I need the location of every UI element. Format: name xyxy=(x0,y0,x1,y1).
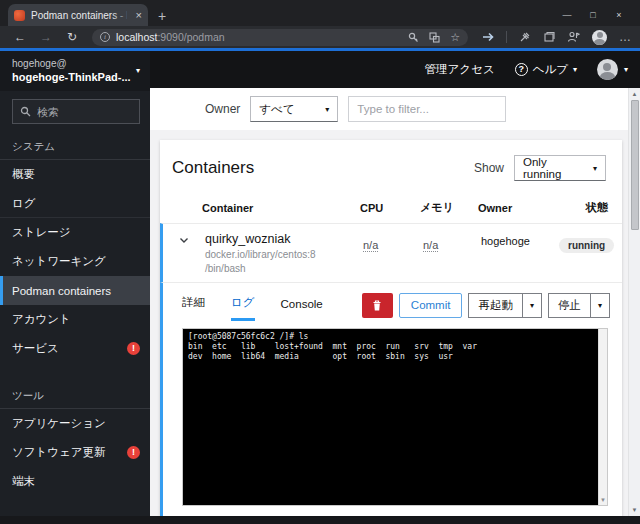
masthead: 管理アクセス ? ヘルプ ▾ ▾ xyxy=(150,51,640,88)
cpu-value[interactable]: n/a xyxy=(363,239,378,252)
browser-toolbar: ← → ↻ i localhost:9090/podman ☆ … xyxy=(0,26,640,48)
browser-titlebar: Podman containers - hoge × + — □ × xyxy=(0,0,640,26)
sidebar-item-overview[interactable]: 概要 xyxy=(0,160,150,189)
stop-split-button: 停止 ▾ xyxy=(548,293,610,318)
filter-input[interactable] xyxy=(348,96,506,122)
tab-favicon-icon xyxy=(14,10,25,21)
page-scrollbar[interactable]: ▲ ▼ xyxy=(628,88,640,516)
scroll-up-icon[interactable]: ▲ xyxy=(632,88,638,100)
container-detail: 詳細 ログ Console Commit xyxy=(160,282,622,516)
container-actions: Commit 再起動 ▾ 停止 ▾ xyxy=(362,293,610,318)
send-icon[interactable] xyxy=(482,31,494,43)
sidebar-item-networking[interactable]: ネットワーキング xyxy=(0,247,150,276)
collections-icon[interactable] xyxy=(543,31,555,43)
container-name: quirky_wozniak xyxy=(205,232,363,246)
sidebar-item-podman-containers[interactable]: Podman containers xyxy=(0,276,150,305)
col-memory: メモリ xyxy=(420,200,478,215)
nav-section-system: システム xyxy=(0,128,150,159)
filter-toolbar: Owner すべて ▾ xyxy=(150,88,640,130)
show-select[interactable]: Only running ▾ xyxy=(514,155,606,181)
favorites-pin-icon[interactable] xyxy=(519,31,531,43)
host-switcher-caret-icon: ▾ xyxy=(136,66,140,75)
tab-close-icon[interactable]: × xyxy=(136,10,142,21)
commit-button[interactable]: Commit xyxy=(399,293,463,318)
url-path: :9090/podman xyxy=(157,31,224,43)
search-key-icon[interactable] xyxy=(408,32,419,43)
caret-down-icon: ▾ xyxy=(598,301,602,310)
tab-details[interactable]: 詳細 xyxy=(182,289,205,321)
sidebar-item-applications[interactable]: アプリケーション xyxy=(0,409,150,438)
status-badge: running xyxy=(559,238,614,253)
stop-button[interactable]: 停止 xyxy=(548,293,591,318)
show-label: Show xyxy=(474,161,504,175)
col-cpu: CPU xyxy=(360,202,420,214)
services-alert-badge: ! xyxy=(127,342,140,355)
stop-caret-toggle[interactable]: ▾ xyxy=(591,293,610,318)
url-text: localhost:9090/podman xyxy=(116,31,225,43)
trash-icon xyxy=(371,299,383,312)
close-window-button[interactable]: × xyxy=(606,10,632,20)
toolbar-divider xyxy=(506,31,507,43)
page-title: Containers xyxy=(172,158,254,178)
scrollbar-thumb[interactable] xyxy=(631,100,639,230)
address-bar[interactable]: i localhost:9090/podman ☆ xyxy=(92,29,468,46)
caret-down-icon: ▾ xyxy=(530,301,534,310)
browser-window: Podman containers - hoge × + — □ × ← → ↻… xyxy=(0,0,640,524)
owner-select[interactable]: すべて ▾ xyxy=(250,96,338,122)
profile-share-icon[interactable] xyxy=(567,31,580,43)
sidebar-item-software-updates[interactable]: ソフトウェア更新! xyxy=(0,438,150,467)
sidebar-item-terminal[interactable]: 端末 xyxy=(0,467,150,496)
containers-card: Containers Show Only running ▾ xyxy=(160,140,622,516)
sidebar-item-logs[interactable]: ログ xyxy=(0,189,150,218)
back-button[interactable]: ← xyxy=(8,31,32,43)
address-field-icons: ☆ xyxy=(408,32,460,43)
sidebar-item-storage[interactable]: ストレージ xyxy=(0,218,150,247)
reload-button[interactable]: ↻ xyxy=(60,31,84,43)
site-info-icon[interactable]: i xyxy=(100,32,110,42)
row-expander[interactable] xyxy=(163,232,205,244)
memory-value[interactable]: n/a xyxy=(423,239,438,252)
tab-logs[interactable]: ログ xyxy=(231,289,255,321)
chevron-down-icon xyxy=(179,237,189,244)
translate-icon[interactable] xyxy=(429,32,440,43)
owner-value: hogehoge xyxy=(481,232,559,247)
tab-console[interactable]: Console xyxy=(281,292,323,321)
new-tab-button[interactable]: + xyxy=(158,9,166,23)
sidebar-item-accounts[interactable]: アカウント xyxy=(0,305,150,334)
maximize-button[interactable]: □ xyxy=(580,10,606,20)
updates-alert-badge: ! xyxy=(127,446,140,459)
browser-menu-icon[interactable]: … xyxy=(619,31,632,43)
browser-tab[interactable]: Podman containers - hoge × xyxy=(8,4,148,26)
nav-search[interactable] xyxy=(12,99,140,124)
window-controls: — □ × xyxy=(554,10,640,26)
table-row[interactable]: quirky_wozniak docker.io/library/centos:… xyxy=(160,223,622,282)
col-state: 状態 xyxy=(556,200,622,215)
nav-search-input[interactable] xyxy=(37,106,127,118)
terminal-scrollbar[interactable]: ▼ xyxy=(598,329,607,505)
search-icon xyxy=(20,106,31,117)
table-header: Container CPU メモリ Owner 状態 xyxy=(160,194,622,223)
container-log-terminal[interactable]: [root@5087c56fc6c2 /]# ls bin etc lib lo… xyxy=(182,328,608,506)
browser-avatar[interactable] xyxy=(592,30,607,45)
owner-select-caret-icon: ▾ xyxy=(325,105,329,114)
container-image: docker.io/library/centos:8 xyxy=(205,249,363,260)
help-menu[interactable]: ? ヘルプ ▾ xyxy=(515,62,577,77)
bookmark-star-icon[interactable]: ☆ xyxy=(450,32,460,43)
col-owner: Owner xyxy=(478,202,556,214)
terminal-line: dev home lib64 media opt root sbin sys u… xyxy=(188,352,593,362)
url-host: localhost xyxy=(116,31,157,43)
user-avatar xyxy=(597,59,618,80)
session-menu[interactable]: ▾ xyxy=(597,59,628,80)
page-background: Containers Show Only running ▾ xyxy=(150,130,640,516)
host-switcher[interactable]: hogehoge@ hogehoge-ThinkPad-... ▾ xyxy=(0,51,150,91)
detail-tabs: 詳細 ログ Console xyxy=(182,289,323,321)
restart-button[interactable]: 再起動 xyxy=(468,293,523,318)
scroll-down-icon[interactable]: ▼ xyxy=(632,504,638,516)
admin-access-button[interactable]: 管理アクセス xyxy=(425,62,495,77)
restart-caret-toggle[interactable]: ▾ xyxy=(523,293,542,318)
forward-button[interactable]: → xyxy=(34,31,58,43)
delete-button[interactable] xyxy=(362,293,393,318)
minimize-button[interactable]: — xyxy=(554,10,580,20)
help-icon: ? xyxy=(515,63,528,76)
sidebar-item-services[interactable]: サービス! xyxy=(0,334,150,363)
